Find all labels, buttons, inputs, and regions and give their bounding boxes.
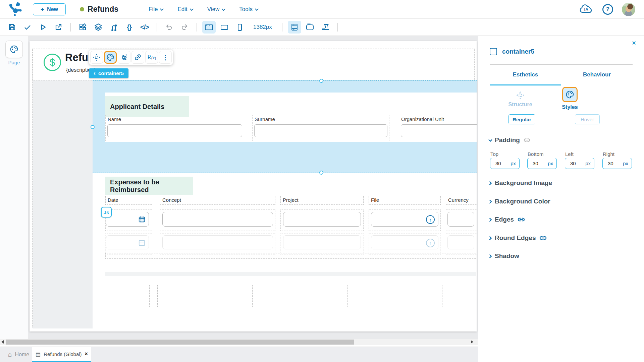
- field-name[interactable]: Name: [105, 115, 244, 141]
- scrollbar-thumb[interactable]: [6, 340, 354, 345]
- placeholder-cell[interactable]: [106, 285, 150, 307]
- layers-icon[interactable]: [92, 21, 105, 34]
- selected-widget-badge[interactable]: ‹ container5: [89, 68, 128, 78]
- state-hover-button[interactable]: Hover: [575, 114, 600, 124]
- tab-behaviour[interactable]: Behaviour: [561, 65, 633, 85]
- close-panel-icon[interactable]: ×: [632, 39, 636, 47]
- desktop-view-icon[interactable]: [202, 21, 216, 34]
- state-regular-button[interactable]: Regular: [508, 114, 535, 124]
- project-input[interactable]: [283, 212, 361, 227]
- project-info: Refunds: [80, 5, 118, 14]
- section-background-image[interactable]: Background Image: [488, 179, 552, 187]
- tab-home[interactable]: ⌂ Home: [4, 347, 33, 362]
- column-header-date[interactable]: Date: [105, 196, 152, 205]
- applicant-card: Applicant Details Name Surname Organizat…: [105, 93, 477, 142]
- components-icon[interactable]: [76, 21, 90, 34]
- field-org-unit[interactable]: Organizational Unit: [399, 115, 477, 141]
- section-round-edges[interactable]: Round Edges: [488, 234, 547, 242]
- link-icon[interactable]: [517, 216, 525, 224]
- surname-input[interactable]: [254, 124, 387, 137]
- subtab-structure[interactable]: Structure: [505, 87, 535, 110]
- connector-icon[interactable]: [107, 21, 120, 34]
- menu-edit[interactable]: Edit: [177, 6, 192, 13]
- section-background-color[interactable]: Background Color: [488, 198, 550, 205]
- field-surname[interactable]: Surname: [252, 115, 389, 141]
- user-avatar[interactable]: [622, 3, 635, 16]
- column-header-project[interactable]: Project: [280, 196, 364, 205]
- validate-check-icon[interactable]: [21, 21, 34, 34]
- modal-icon[interactable]: [303, 21, 317, 34]
- applicant-section-title[interactable]: Applicant Details: [105, 96, 189, 117]
- canvas-width-value[interactable]: 1382px: [253, 24, 272, 31]
- widget-checkbox[interactable]: [490, 48, 497, 55]
- divider: [337, 23, 338, 32]
- placeholder-cell[interactable]: [347, 285, 434, 307]
- concept-input[interactable]: [162, 212, 273, 227]
- more-options-icon[interactable]: ⋮: [159, 51, 172, 64]
- scroll-right-icon[interactable]: [471, 340, 473, 344]
- run-play-icon[interactable]: [36, 21, 50, 34]
- org-unit-input[interactable]: [401, 124, 477, 137]
- tab-esthetics[interactable]: Esthetics: [490, 65, 561, 85]
- back-chevron-icon: ‹: [94, 70, 96, 77]
- resize-handle-left[interactable]: [91, 125, 95, 129]
- column-header-concept[interactable]: Concept: [160, 196, 275, 205]
- ai-assistant-icon[interactable]: IA: [579, 3, 594, 15]
- menu-file[interactable]: File: [149, 6, 163, 13]
- link-icon[interactable]: [539, 234, 547, 242]
- move-widget-icon[interactable]: [90, 51, 103, 64]
- padding-bottom-input[interactable]: 30px: [527, 158, 557, 169]
- section-edges[interactable]: Edges: [488, 216, 525, 224]
- resize-handle-top[interactable]: [319, 79, 323, 83]
- help-icon[interactable]: ?: [602, 4, 613, 15]
- active-tab-underline: [490, 84, 561, 85]
- placeholder-cell[interactable]: [157, 285, 244, 307]
- new-button[interactable]: + New: [33, 3, 66, 15]
- menu-view[interactable]: View: [207, 6, 225, 13]
- padding-right-input[interactable]: 30px: [602, 158, 632, 169]
- js-script-badge[interactable]: Js: [101, 207, 112, 218]
- column-header-currency[interactable]: Currency: [446, 196, 477, 205]
- formula-rx-icon[interactable]: R(x): [145, 51, 158, 64]
- scroll-left-icon[interactable]: [1, 340, 4, 344]
- placeholder-cell[interactable]: [252, 285, 339, 307]
- date-input[interactable]: [106, 212, 149, 227]
- file-input[interactable]: ↑: [371, 212, 438, 227]
- calendar-icon[interactable]: [138, 216, 146, 223]
- separator-bar: [105, 272, 476, 276]
- tablet-view-icon[interactable]: [218, 21, 231, 34]
- page-canvas[interactable]: $ Refunds Request {description}: [30, 41, 477, 331]
- link-icon[interactable]: [523, 136, 531, 144]
- export-icon[interactable]: [52, 21, 65, 34]
- page-tab-icon: ▤: [36, 351, 41, 357]
- padding-top-input[interactable]: 30px: [490, 158, 520, 169]
- app-logo-icon[interactable]: [8, 2, 23, 17]
- styles-palette-icon[interactable]: [104, 51, 117, 64]
- undo-icon[interactable]: [162, 21, 176, 34]
- upload-icon[interactable]: ↑: [426, 215, 435, 224]
- subtab-styles[interactable]: Styles: [555, 87, 585, 110]
- filter-icon[interactable]: [319, 21, 332, 34]
- section-padding[interactable]: Padding: [488, 136, 531, 144]
- redo-icon[interactable]: [178, 21, 191, 34]
- column-header-file[interactable]: File: [369, 196, 441, 205]
- placeholder-cell[interactable]: [442, 285, 477, 307]
- braces-icon[interactable]: {}: [122, 21, 136, 34]
- name-input[interactable]: [107, 124, 242, 137]
- expenses-section-title[interactable]: Expenses to be Reimbursed: [105, 177, 193, 195]
- currency-input[interactable]: [447, 212, 474, 227]
- phone-view-icon[interactable]: [233, 21, 247, 34]
- sidebar-item-page[interactable]: Page: [5, 41, 23, 65]
- save-icon[interactable]: [5, 21, 19, 34]
- link-widget-icon[interactable]: [131, 51, 144, 64]
- header-footer-icon[interactable]: [288, 21, 301, 34]
- source-code-icon[interactable]: </>: [138, 21, 151, 34]
- close-tab-icon[interactable]: ×: [85, 351, 88, 357]
- tab-refunds-global[interactable]: ▤ Refunds (Global) ×: [32, 347, 91, 362]
- resize-handle-bottom[interactable]: [319, 171, 323, 175]
- padding-left-input[interactable]: 30px: [565, 158, 594, 169]
- menu-tools[interactable]: Tools: [239, 6, 258, 13]
- settings-gear-icon[interactable]: [118, 51, 130, 64]
- section-shadow[interactable]: Shadow: [488, 252, 519, 260]
- horizontal-scrollbar[interactable]: [0, 339, 478, 345]
